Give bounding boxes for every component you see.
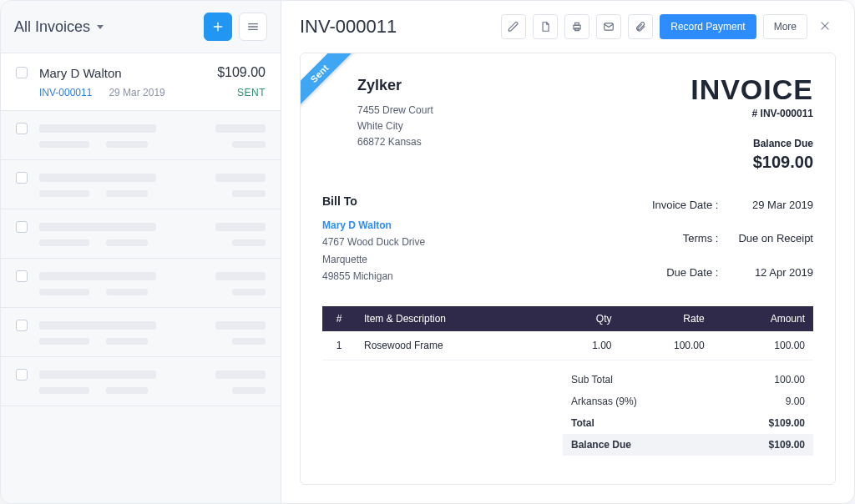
row-invoice-number: INV-000011 — [39, 87, 92, 98]
close-button[interactable] — [814, 15, 836, 39]
totals-balance-due: Balance Due $109.00 — [563, 434, 813, 456]
line-item-row: 1 Rosewood Frame 1.00 100.00 100.00 — [322, 331, 813, 360]
meta-label: Invoice Date : — [652, 199, 719, 211]
row-checkbox[interactable] — [16, 67, 28, 78]
meta-value: 12 Apr 2019 — [738, 266, 813, 279]
new-invoice-button[interactable] — [204, 13, 232, 41]
cell-index: 1 — [322, 331, 356, 360]
cell-qty: 1.00 — [549, 331, 620, 360]
totals-block: Sub Total 100.00 Arkansas (9%) 9.00 Tota… — [322, 369, 813, 456]
col-amount: Amount — [713, 306, 813, 331]
totals-value: 9.00 — [786, 396, 805, 407]
totals-value: 100.00 — [774, 374, 805, 386]
printer-icon — [571, 21, 583, 33]
pdf-button[interactable] — [533, 14, 558, 39]
line-items-table: # Item & Description Qty Rate Amount 1 R… — [322, 306, 813, 360]
print-button[interactable] — [564, 14, 589, 39]
balance-due-amount: $109.00 — [691, 153, 813, 172]
totals-value: $109.00 — [769, 439, 805, 451]
invoice-row-placeholder[interactable] — [1, 209, 281, 259]
invoice-row-placeholder[interactable] — [1, 357, 281, 406]
meta-label: Terms : — [652, 232, 719, 244]
mail-button[interactable] — [596, 14, 621, 39]
row-checkbox[interactable] — [16, 221, 28, 233]
plus-icon — [211, 20, 225, 33]
invoice-meta: Invoice Date : 29 Mar 2019 Terms : Due o… — [652, 192, 813, 285]
bill-to-heading: Bill To — [322, 192, 425, 212]
cell-amount: 100.00 — [713, 331, 813, 360]
bill-to-line: 49855 Michigan — [322, 268, 425, 285]
totals-tax: Arkansas (9%) 9.00 — [563, 391, 813, 412]
invoice-detail-panel: INV-000011 Record Payment — [281, 1, 854, 503]
detail-toolbar: Record Payment More — [501, 14, 836, 39]
totals-total: Total $109.00 — [563, 412, 813, 434]
cell-rate: 100.00 — [620, 331, 712, 360]
pencil-icon — [508, 21, 519, 33]
doc-summary: INVOICE # INV-000011 Balance Due $109.00 — [691, 73, 813, 172]
invoice-row-placeholder[interactable] — [1, 111, 281, 160]
app-frame: All Invoices Mary D Walton $109.00 INV — [0, 0, 855, 504]
totals-value: $109.00 — [769, 417, 805, 429]
detail-header: INV-000011 Record Payment — [281, 1, 854, 44]
org-block: Zylker 7455 Drew Court White City 66872 … — [322, 73, 433, 172]
bill-to-customer[interactable]: Mary D Walton — [322, 217, 425, 234]
meta-value: Due on Receipt — [738, 232, 813, 244]
invoice-row-placeholder[interactable] — [1, 160, 281, 209]
invoice-row-placeholder[interactable] — [1, 308, 281, 357]
record-payment-button[interactable]: Record Payment — [660, 14, 756, 39]
list-icon — [246, 20, 260, 33]
chevron-down-icon — [97, 25, 104, 29]
org-address-line: White City — [357, 118, 433, 134]
row-date: 29 Mar 2019 — [109, 87, 164, 98]
svg-rect-6 — [575, 23, 579, 25]
totals-subtotal: Sub Total 100.00 — [563, 369, 813, 391]
totals-label: Total — [571, 417, 594, 429]
totals-label: Arkansas (9%) — [571, 396, 637, 407]
attach-button[interactable] — [628, 14, 653, 39]
balance-due-label: Balance Due — [691, 138, 813, 149]
totals-label: Sub Total — [571, 374, 613, 386]
org-address-line: 7455 Drew Court — [357, 103, 433, 118]
col-qty: Qty — [549, 306, 620, 331]
col-description: Item & Description — [356, 306, 549, 331]
edit-button[interactable] — [501, 14, 526, 39]
mail-icon — [603, 21, 615, 33]
row-amount: $109.00 — [217, 65, 266, 80]
row-checkbox[interactable] — [16, 172, 28, 184]
row-checkbox[interactable] — [16, 369, 28, 381]
invoice-list-panel: All Invoices Mary D Walton $109.00 INV — [1, 1, 281, 503]
doc-label: INVOICE — [691, 73, 813, 106]
pdf-icon — [539, 21, 551, 33]
paperclip-icon — [635, 21, 646, 33]
bill-to-block: Bill To Mary D Walton 4767 Wood Duck Dri… — [322, 192, 425, 285]
meta-value: 29 Mar 2019 — [738, 199, 813, 211]
totals-label: Balance Due — [571, 439, 631, 451]
row-checkbox[interactable] — [16, 270, 28, 282]
list-filter-label: All Invoices — [14, 18, 90, 36]
list-layout-button[interactable] — [239, 13, 267, 41]
doc-number: # INV-000011 — [691, 108, 813, 119]
row-customer: Mary D Walton — [39, 66, 122, 80]
list-header: All Invoices — [1, 1, 281, 53]
invoice-row-selected[interactable]: Mary D Walton $109.00 INV-000011 29 Mar … — [1, 53, 281, 111]
col-rate: Rate — [620, 306, 712, 331]
org-name: Zylker — [357, 73, 433, 98]
list-body: Mary D Walton $109.00 INV-000011 29 Mar … — [1, 53, 281, 503]
cell-description: Rosewood Frame — [356, 331, 549, 360]
row-checkbox[interactable] — [16, 320, 28, 331]
org-address-line: 66872 Kansas — [357, 134, 433, 150]
list-filter-dropdown[interactable]: All Invoices — [14, 18, 104, 36]
col-index: # — [322, 306, 356, 331]
invoice-row-placeholder[interactable] — [1, 259, 281, 308]
invoice-document: Sent Zylker 7455 Drew Court White City 6… — [300, 53, 836, 485]
close-icon — [819, 20, 831, 32]
bill-to-line: 4767 Wood Duck Drive — [322, 234, 425, 250]
bill-to-line: Marquette — [322, 251, 425, 268]
detail-title: INV-000011 — [300, 16, 397, 38]
meta-label: Due Date : — [652, 266, 719, 279]
more-button[interactable]: More — [763, 14, 807, 39]
row-checkbox[interactable] — [16, 123, 28, 134]
row-status: SENT — [237, 87, 266, 98]
